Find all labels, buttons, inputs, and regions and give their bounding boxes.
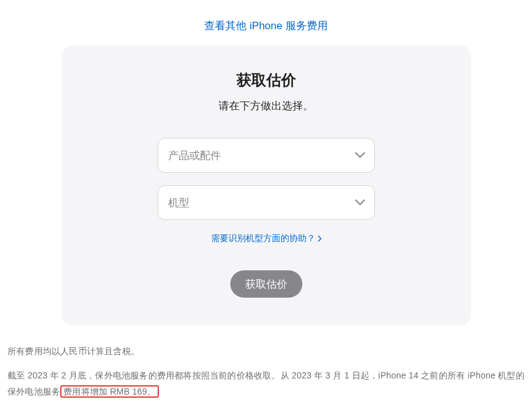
identify-model-help-link[interactable]: 需要识别机型方面的协助？ xyxy=(211,233,322,244)
estimate-card: 获取估价 请在下方做出选择。 产品或配件 机型 需要识别机型方面的协助？ 获取估… xyxy=(61,45,471,326)
help-link-container: 需要识别机型方面的协助？ xyxy=(80,232,453,244)
footer-note-1: 所有费用均以人民币计算且含税。 xyxy=(7,343,525,360)
footer-notes: 所有费用均以人民币计算且含税。 截至 2023 年 2 月底，保外电池服务的费用… xyxy=(0,326,532,400)
help-link-label: 需要识别机型方面的协助？ xyxy=(211,233,315,244)
product-select-wrap: 产品或配件 xyxy=(158,138,375,173)
footer-note-2: 截至 2023 年 2 月底，保外电池服务的费用都将按照当前的价格收取。从 20… xyxy=(7,367,525,400)
model-select-wrap: 机型 xyxy=(158,185,375,220)
product-select-placeholder: 产品或配件 xyxy=(168,149,221,163)
card-title: 获取估价 xyxy=(80,70,453,90)
other-services-link[interactable]: 查看其他 iPhone 服务费用 xyxy=(204,20,327,32)
product-select[interactable]: 产品或配件 xyxy=(158,138,375,173)
get-estimate-button[interactable]: 获取估价 xyxy=(230,270,302,298)
chevron-right-icon xyxy=(318,234,322,244)
model-select-placeholder: 机型 xyxy=(168,196,189,210)
top-link-container: 查看其他 iPhone 服务费用 xyxy=(0,0,532,45)
card-subtitle: 请在下方做出选择。 xyxy=(80,99,453,113)
model-select[interactable]: 机型 xyxy=(158,185,375,220)
footer-note-2-highlight: 费用将增加 RMB 169。 xyxy=(60,385,159,398)
